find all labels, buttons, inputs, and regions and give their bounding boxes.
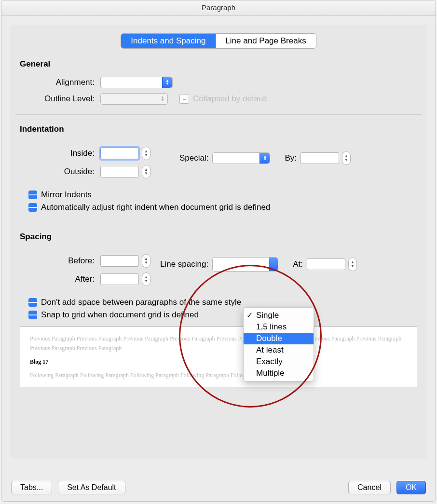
cancel-button[interactable]: Cancel <box>348 481 391 494</box>
dialog-body: Indents and Spacing Line and Page Breaks… <box>10 25 427 459</box>
by-input[interactable] <box>300 152 339 164</box>
preview-current: Blog 17 <box>30 358 407 366</box>
set-default-button[interactable]: Set As Default <box>58 481 125 494</box>
line-spacing-option-at-least[interactable]: At least <box>244 344 314 356</box>
spacing-heading: Spacing <box>20 232 417 242</box>
indentation-heading: Indentation <box>20 124 417 134</box>
updown-icon <box>158 96 167 102</box>
line-spacing-option-single[interactable]: Single <box>244 310 314 321</box>
paragraph-dialog: Paragraph Indents and Spacing Line and P… <box>1 0 436 502</box>
before-label: Before: <box>20 256 100 266</box>
dialog-footer: Tabs... Set As Default Cancel OK <box>1 481 436 494</box>
snap-to-grid-label: Snap to grid when document grid is defin… <box>41 310 199 320</box>
by-label: By: <box>285 153 297 163</box>
by-stepper[interactable] <box>342 151 351 165</box>
snap-to-grid-checkbox[interactable] <box>28 311 37 319</box>
at-input[interactable] <box>307 259 345 270</box>
tabs-button[interactable]: Tabs... <box>11 481 52 494</box>
collapsed-label: Collapsed by default <box>193 94 267 104</box>
tab-indents-spacing[interactable]: Indents and Spacing <box>121 34 216 48</box>
preview-pane: Previous Paragraph Previous Paragraph Pr… <box>20 327 417 387</box>
line-spacing-label: Line spacing: <box>160 259 208 269</box>
updown-icon <box>162 77 172 88</box>
outside-stepper[interactable] <box>142 165 150 178</box>
mirror-indents-checkbox[interactable] <box>28 191 37 199</box>
line-spacing-option-exactly[interactable]: Exactly <box>244 356 314 368</box>
special-combo[interactable] <box>212 152 270 164</box>
tab-line-page-breaks[interactable]: Line and Page Breaks <box>216 34 315 48</box>
after-input[interactable] <box>100 273 139 285</box>
at-label: At: <box>293 259 303 269</box>
before-stepper[interactable] <box>142 254 150 268</box>
ok-button[interactable]: OK <box>396 481 426 494</box>
inside-input[interactable] <box>100 148 139 159</box>
mirror-indents-label: Mirror Indents <box>41 190 92 200</box>
dont-add-space-checkbox[interactable] <box>28 298 37 307</box>
updown-icon <box>259 153 270 163</box>
at-stepper[interactable] <box>348 258 357 271</box>
window-title: Paragraph <box>1 0 436 16</box>
dont-add-space-label: Don't add space between paragraphs of th… <box>41 298 241 307</box>
outside-input[interactable] <box>100 166 139 177</box>
preview-previous: Previous Paragraph Previous Paragraph Pr… <box>30 334 407 354</box>
outside-label: Outside: <box>20 167 100 177</box>
inside-label: Inside: <box>20 149 100 158</box>
before-input[interactable] <box>100 255 139 267</box>
line-spacing-dropdown[interactable]: Single 1,5 lines Double At least Exactly… <box>243 307 314 381</box>
after-label: After: <box>20 274 100 284</box>
general-heading: General <box>20 59 417 69</box>
line-spacing-combo[interactable] <box>212 257 278 272</box>
outline-level-label: Outline Level: <box>20 94 100 104</box>
line-spacing-option-1-5[interactable]: 1,5 lines <box>244 321 314 333</box>
updown-icon <box>269 258 278 271</box>
auto-adjust-label: Automatically adjust right indent when d… <box>41 203 270 212</box>
after-stepper[interactable] <box>142 272 150 286</box>
collapsed-checkbox: – <box>179 94 189 104</box>
alignment-label: Alignment: <box>20 78 100 87</box>
auto-adjust-checkbox[interactable] <box>28 203 37 212</box>
outline-level-combo <box>100 93 168 105</box>
inside-stepper[interactable] <box>142 147 150 160</box>
tab-bar: Indents and Spacing Line and Page Breaks <box>20 33 417 49</box>
preview-following: Following Paragraph Following Paragraph … <box>30 370 407 380</box>
special-label: Special: <box>179 153 208 163</box>
line-spacing-option-double[interactable]: Double <box>244 333 314 344</box>
line-spacing-option-multiple[interactable]: Multiple <box>244 368 314 379</box>
alignment-combo[interactable] <box>100 77 173 88</box>
